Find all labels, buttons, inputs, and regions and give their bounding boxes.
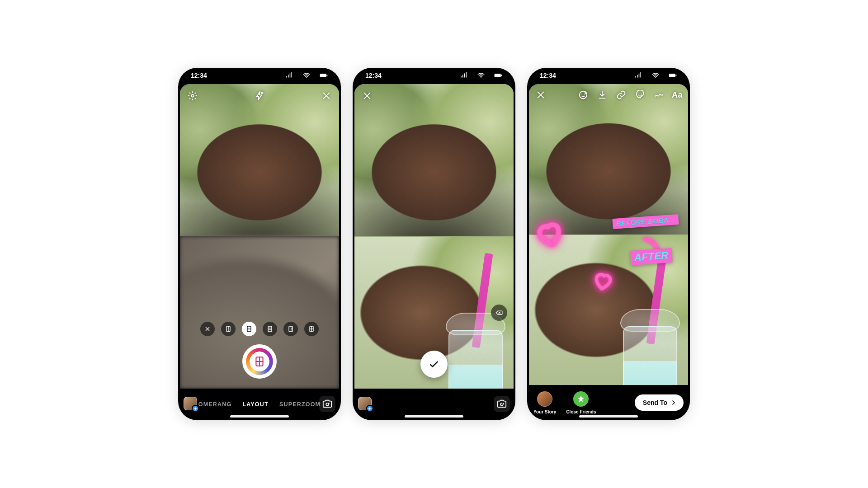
gear-icon[interactable]	[185, 89, 200, 103]
device-screen-3: 12:34	[527, 68, 690, 420]
svg-rect-9	[495, 74, 501, 77]
svg-rect-5	[268, 326, 272, 332]
shutter-button[interactable]	[242, 344, 277, 379]
close-icon[interactable]	[360, 89, 374, 103]
share-close-friends-label: Close Friends	[566, 409, 596, 414]
status-time: 12:34	[540, 72, 556, 79]
device-screen-2: 12:34	[353, 68, 515, 420]
face-filter-icon[interactable]	[577, 89, 590, 101]
gallery-thumbnail[interactable]: +	[358, 397, 372, 410]
share-your-story-label: Your Story	[533, 409, 556, 414]
home-indicator[interactable]	[405, 415, 463, 418]
svg-point-17	[641, 94, 642, 94]
device-screen-1: 12:34	[178, 68, 341, 420]
screenshot-triptych: 12:34	[169, 59, 699, 429]
camera-top-actions	[185, 89, 334, 103]
layout-option-2horiz-active[interactable]	[242, 322, 256, 336]
status-indicators	[457, 68, 505, 83]
svg-point-14	[581, 94, 582, 94]
share-your-story[interactable]: Your Story	[533, 391, 556, 414]
layout-option-1-2[interactable]	[283, 322, 298, 336]
mode-active[interactable]: LAYOUT	[242, 401, 268, 408]
draw-squiggle-icon[interactable]	[653, 89, 665, 101]
wifi-icon	[474, 68, 488, 83]
share-close-friends[interactable]: Close Friends	[566, 391, 596, 414]
layout-cell-top	[180, 84, 339, 236]
svg-point-16	[638, 94, 639, 94]
send-to-label: Send To	[643, 399, 667, 406]
mode-next[interactable]: SUPERZOOM	[279, 401, 321, 408]
download-icon[interactable]	[596, 89, 609, 101]
send-to-button[interactable]: Send To	[635, 394, 684, 411]
story-editor-toolbar: Aa	[534, 89, 683, 101]
layout-cell-top[interactable]	[354, 84, 514, 236]
svg-rect-12	[675, 75, 676, 76]
flip-camera-button[interactable]	[319, 396, 335, 412]
svg-point-15	[584, 94, 585, 94]
sticker-icon[interactable]	[634, 89, 646, 101]
close-friends-star-icon	[573, 391, 589, 407]
preview-top-actions	[360, 89, 508, 103]
camera-mode-carousel[interactable]: OMERANG LAYOUT SUPERZOOM	[198, 401, 321, 408]
battery-icon	[491, 68, 505, 83]
cellular-icon	[282, 68, 297, 83]
delete-last-photo-button[interactable]	[491, 305, 507, 321]
text-tool-icon[interactable]: Aa	[672, 90, 683, 100]
plus-badge-icon: +	[192, 405, 199, 412]
story-editor-viewport[interactable]: BEFORE BOBA... AFTER	[529, 84, 688, 385]
status-bar: 12:34	[527, 68, 690, 83]
svg-rect-1	[326, 75, 327, 76]
svg-point-2	[191, 94, 194, 97]
flash-off-icon[interactable]	[252, 89, 267, 103]
flip-camera-button[interactable]	[494, 396, 510, 412]
status-bar: 12:34	[178, 68, 341, 83]
link-icon[interactable]	[615, 89, 627, 101]
mode-prev[interactable]: OMERANG	[198, 401, 232, 408]
close-icon[interactable]	[534, 89, 547, 101]
layout-option-4grid[interactable]	[304, 322, 319, 336]
svg-rect-11	[669, 74, 675, 77]
wifi-icon	[648, 68, 663, 83]
home-indicator[interactable]	[579, 415, 638, 418]
layout-option-3horiz[interactable]	[263, 322, 277, 336]
avatar-icon	[537, 391, 552, 407]
plus-badge-icon: +	[366, 405, 373, 412]
chevron-right-icon	[670, 399, 677, 406]
layout-options-strip	[180, 322, 339, 336]
status-indicators	[631, 68, 680, 83]
layout-icon	[244, 346, 275, 377]
heart-sticker[interactable]	[591, 269, 615, 293]
status-time: 12:34	[191, 72, 207, 79]
gallery-thumbnail[interactable]: +	[184, 397, 197, 410]
status-indicators	[282, 68, 331, 83]
close-icon[interactable]	[319, 89, 334, 103]
status-bar: 12:34	[353, 68, 515, 83]
cellular-icon	[457, 68, 471, 83]
svg-rect-10	[501, 75, 502, 76]
status-time: 12:34	[365, 72, 382, 79]
layout-option-2vert[interactable]	[221, 322, 236, 336]
cellular-icon	[631, 68, 646, 83]
wifi-icon	[299, 68, 314, 83]
home-indicator[interactable]	[230, 415, 289, 418]
confirm-layout-button[interactable]	[420, 351, 448, 378]
battery-icon	[665, 68, 680, 83]
svg-rect-0	[320, 74, 326, 77]
text-sticker-after[interactable]: AFTER	[630, 248, 673, 265]
story-cell-top[interactable]	[529, 84, 688, 235]
boba-cup-graphic	[618, 295, 682, 385]
layout-preview-viewport	[354, 84, 514, 389]
layout-options-close[interactable]	[200, 322, 215, 336]
camera-viewport	[180, 84, 339, 389]
battery-icon	[316, 68, 331, 83]
